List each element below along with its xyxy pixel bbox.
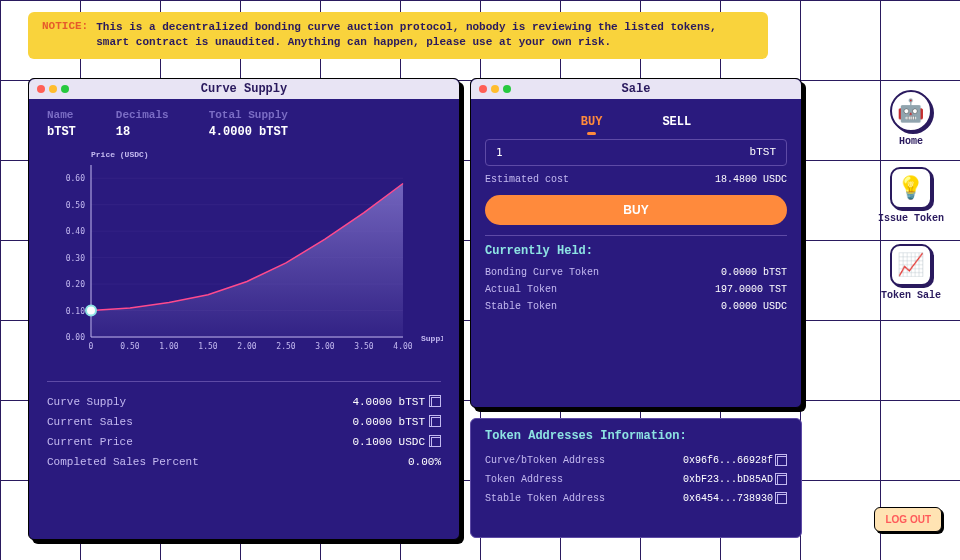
copy-icon[interactable] (777, 456, 787, 466)
sale-panel: Sale BUY SELL bTST Estimated cost 18.480… (470, 78, 802, 408)
window-dots (479, 85, 511, 93)
tab-sell[interactable]: SELL (662, 115, 691, 129)
stat-row: Curve Supply4.0000 bTST (47, 392, 441, 412)
copy-icon[interactable] (431, 397, 441, 407)
address-row: Stable Token Address0x6454...738930 (485, 489, 787, 508)
held-title: Currently Held: (485, 244, 787, 258)
sidebar-icon: 🤖 (890, 90, 932, 132)
sidebar-label: Token Sale (881, 290, 941, 301)
svg-text:0: 0 (89, 342, 94, 351)
close-dot-icon[interactable] (37, 85, 45, 93)
amount-input-row[interactable]: bTST (485, 139, 787, 166)
est-label: Estimated cost (485, 174, 569, 185)
sidebar-item-home[interactable]: 🤖Home (890, 90, 932, 147)
svg-point-27 (86, 306, 96, 316)
address-row: Token Address0xbF23...bD85AD (485, 470, 787, 489)
bonding-curve-chart: Price (USDC)0.000.100.200.300.400.500.60… (47, 147, 443, 367)
copy-icon[interactable] (431, 417, 441, 427)
panel-header: Curve Supply (29, 79, 459, 99)
max-dot-icon[interactable] (61, 85, 69, 93)
buy-button[interactable]: BUY (485, 195, 787, 225)
svg-text:2.00: 2.00 (237, 342, 256, 351)
svg-text:0.50: 0.50 (120, 342, 139, 351)
notice-label: NOTICE: (42, 20, 88, 51)
est-value: 18.4800 USDC (715, 174, 787, 185)
buy-sell-tabs: BUY SELL (485, 115, 787, 129)
svg-text:1.50: 1.50 (198, 342, 217, 351)
sidebar-label: Issue Token (878, 213, 944, 224)
svg-text:1.00: 1.00 (159, 342, 178, 351)
close-dot-icon[interactable] (479, 85, 487, 93)
svg-text:0.20: 0.20 (66, 280, 85, 289)
held-row: Actual Token197.0000 TST (485, 281, 787, 298)
tab-buy[interactable]: BUY (581, 115, 603, 129)
sidebar-icon: 💡 (890, 167, 932, 209)
svg-text:0.10: 0.10 (66, 307, 85, 316)
sidebar-item-token-sale[interactable]: 📈Token Sale (881, 244, 941, 301)
sale-title: Sale (622, 82, 651, 96)
curve-meta: NamebTST Decimals18 Total Supply4.0000 b… (47, 109, 441, 139)
logout-button[interactable]: LOG OUT (874, 507, 942, 532)
curve-supply-panel: Curve Supply NamebTST Decimals18 Total S… (28, 78, 460, 540)
stat-row: Current Sales0.0000 bTST (47, 412, 441, 432)
svg-text:3.50: 3.50 (354, 342, 373, 351)
sidebar-label: Home (899, 136, 923, 147)
min-dot-icon[interactable] (491, 85, 499, 93)
stat-row: Completed Sales Percent0.00% (47, 452, 441, 472)
held-row: Stable Token0.0000 USDC (485, 298, 787, 315)
amount-unit: bTST (750, 146, 776, 159)
sidebar: 🤖Home💡Issue Token📈Token Sale (878, 90, 944, 301)
stat-row: Current Price0.1000 USDC (47, 432, 441, 452)
svg-text:0.00: 0.00 (66, 333, 85, 342)
window-dots (37, 85, 69, 93)
curve-title: Curve Supply (201, 82, 287, 96)
curve-stats: Curve Supply4.0000 bTSTCurrent Sales0.00… (47, 381, 441, 472)
svg-text:0.50: 0.50 (66, 201, 85, 210)
svg-text:0.60: 0.60 (66, 174, 85, 183)
addresses-title: Token Addresses Information: (485, 429, 787, 443)
svg-text:0.30: 0.30 (66, 254, 85, 263)
max-dot-icon[interactable] (503, 85, 511, 93)
notice-banner: NOTICE: This is a decentralized bonding … (28, 12, 768, 59)
svg-text:2.50: 2.50 (276, 342, 295, 351)
amount-input[interactable] (496, 146, 664, 159)
svg-text:Supply: Supply (421, 334, 443, 343)
sidebar-item-issue-token[interactable]: 💡Issue Token (878, 167, 944, 224)
addresses-panel: Token Addresses Information: Curve/bToke… (470, 418, 802, 538)
panel-header: Sale (471, 79, 801, 99)
svg-text:Price (USDC): Price (USDC) (91, 150, 149, 159)
address-row: Curve/bToken Address0x96f6...66928f (485, 451, 787, 470)
min-dot-icon[interactable] (49, 85, 57, 93)
copy-icon[interactable] (777, 475, 787, 485)
sidebar-icon: 📈 (890, 244, 932, 286)
held-row: Bonding Curve Token0.0000 bTST (485, 264, 787, 281)
notice-text: This is a decentralized bonding curve au… (96, 20, 754, 51)
svg-text:4.00: 4.00 (393, 342, 412, 351)
svg-text:0.40: 0.40 (66, 227, 85, 236)
copy-icon[interactable] (777, 494, 787, 504)
svg-text:3.00: 3.00 (315, 342, 334, 351)
copy-icon[interactable] (431, 437, 441, 447)
